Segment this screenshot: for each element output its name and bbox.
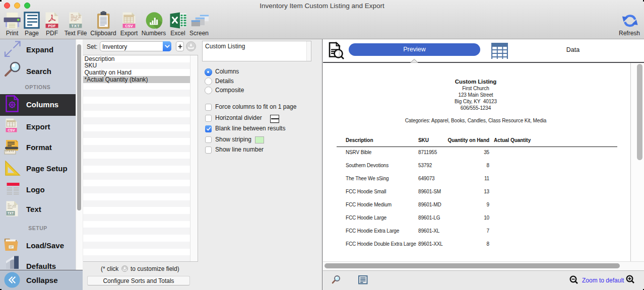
svg-text:PDF: PDF [48,24,56,28]
svg-text:TXT: TXT [71,24,80,28]
svg-text:CSV: CSV [8,128,15,132]
svg-text:CSV: CSV [125,24,133,28]
svg-text:TXT: TXT [8,211,14,215]
